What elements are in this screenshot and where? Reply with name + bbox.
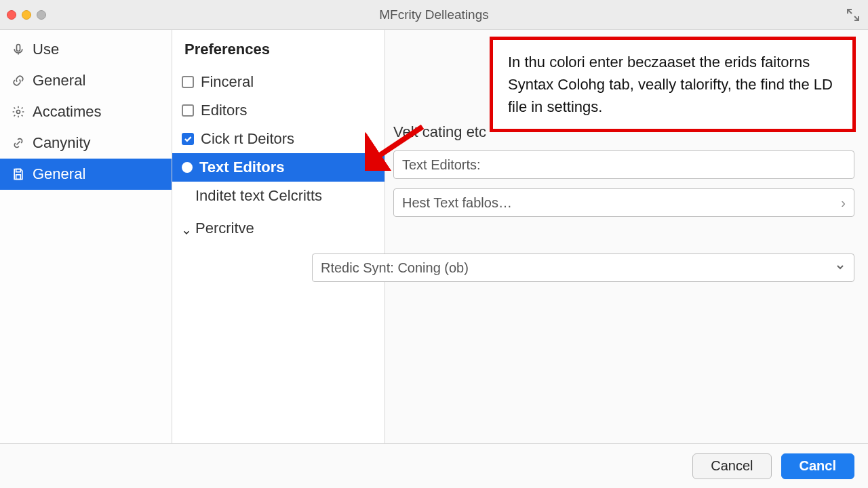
sidebar: Use General Accatimes Canynity (0, 30, 172, 443)
chevron-down-icon (182, 224, 191, 233)
mic-icon (11, 42, 26, 57)
confirm-button[interactable]: Cancl (781, 453, 854, 479)
link-icon (11, 73, 26, 88)
svg-rect-0 (17, 45, 20, 52)
cancel-button[interactable]: Cancel (692, 453, 771, 479)
text-editors-field[interactable]: Text Editorts: (393, 150, 854, 179)
pref-item-click-deitors[interactable]: Cick rt Deitors (172, 125, 384, 153)
close-icon[interactable] (7, 10, 16, 20)
link-icon (11, 136, 26, 150)
body: Use General Accatimes Canynity (0, 30, 868, 443)
chevron-down-icon (835, 260, 846, 276)
svg-rect-3 (16, 175, 21, 180)
sidebar-item-canynity[interactable]: Canynity (0, 127, 172, 159)
maximize-icon[interactable] (37, 10, 46, 20)
pref-group-percritve[interactable]: Percritve (172, 210, 384, 241)
pref-item-finceral[interactable]: Finceral (172, 68, 384, 96)
sidebar-item-label: Use (33, 41, 59, 58)
hest-text-field[interactable]: Hest Text fablos… › (393, 188, 854, 217)
sidebar-item-general-1[interactable]: General (0, 65, 172, 96)
sidebar-item-general-2[interactable]: General (0, 159, 172, 190)
pref-item-label: Inditet text Celcritts (195, 187, 322, 205)
sidebar-item-label: Canynity (33, 134, 91, 152)
sidebar-item-label: Accatimes (33, 103, 101, 121)
callout-text: In thu colori enter beczaaset the erids … (508, 54, 833, 115)
instruction-callout: In thu colori enter beczaaset the erids … (490, 37, 856, 132)
sidebar-item-accatimes[interactable]: Accatimes (0, 96, 172, 127)
field-value: Hest Text fablos… (402, 195, 841, 211)
content-pane: Velt cating etc Text Editorts: Hest Text… (385, 30, 868, 443)
preferences-window: MFcrity Delleatings Use General (0, 0, 868, 488)
preferences-tree: Preferences Finceral Editors Cick rt Dei… (172, 30, 385, 443)
checkbox-icon[interactable] (182, 104, 194, 117)
arrow-icon (365, 123, 426, 174)
svg-rect-2 (16, 169, 21, 172)
titlebar: MFcrity Delleatings (0, 0, 868, 30)
pref-item-editors[interactable]: Editors (172, 96, 384, 125)
syntax-dropdown[interactable]: Rtedic Synt: Coning (ob) (312, 253, 854, 282)
radio-icon[interactable] (182, 162, 193, 173)
dialog-footer: Cancel Cancl (0, 443, 868, 488)
gear-icon (11, 104, 26, 119)
preferences-heading: Preferences (172, 30, 384, 68)
checkbox-icon[interactable] (182, 76, 194, 88)
pref-group-label: Percritve (195, 220, 254, 237)
window-controls (7, 10, 46, 20)
chevron-right-icon: › (841, 195, 846, 211)
field-value: Text Editorts: (402, 157, 846, 173)
pref-item-label: Cick rt Deitors (201, 130, 294, 148)
pref-item-text-editors[interactable]: Text Editors (172, 153, 384, 182)
dropdown-value: Rtedic Synt: Coning (ob) (321, 260, 835, 276)
svg-point-1 (17, 110, 20, 114)
pref-item-label: Editors (201, 102, 247, 119)
pref-item-label: Finceral (201, 73, 254, 91)
sidebar-item-label: General (33, 72, 85, 89)
window-title: MFcrity Delleatings (0, 7, 868, 22)
sidebar-item-use[interactable]: Use (0, 34, 172, 65)
pref-item-label: Text Editors (199, 159, 285, 176)
pref-item-indilet-text[interactable]: Inditet text Celcritts (172, 182, 384, 210)
expand-icon[interactable] (845, 7, 861, 23)
save-icon (11, 167, 26, 182)
checkbox-icon[interactable] (182, 133, 194, 145)
sidebar-item-label: General (33, 165, 85, 183)
minimize-icon[interactable] (22, 10, 31, 20)
